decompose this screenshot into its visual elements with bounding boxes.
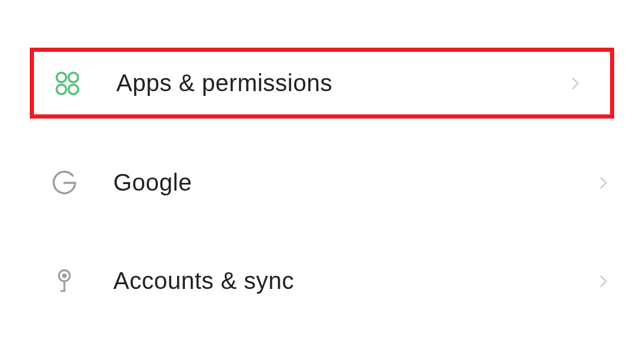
svg-point-3 (69, 85, 78, 94)
chevron-right-icon (596, 175, 611, 191)
svg-point-1 (69, 73, 78, 82)
svg-point-2 (57, 85, 66, 94)
settings-item-accounts-sync[interactable]: Accounts & sync (0, 247, 644, 315)
settings-list: Apps & permissions Google (0, 48, 644, 315)
apps-permissions-icon (51, 67, 83, 99)
key-icon (48, 265, 80, 297)
settings-item-google[interactable]: Google (0, 148, 644, 217)
svg-point-0 (57, 73, 66, 82)
settings-item-label: Accounts & sync (113, 267, 596, 294)
settings-item-apps-permissions[interactable]: Apps & permissions (30, 48, 614, 119)
google-icon (48, 166, 80, 199)
settings-item-label: Google (113, 169, 596, 196)
settings-item-label: Apps & permissions (116, 70, 568, 97)
chevron-right-icon (568, 76, 583, 91)
chevron-right-icon (596, 273, 611, 289)
svg-point-5 (63, 274, 66, 277)
